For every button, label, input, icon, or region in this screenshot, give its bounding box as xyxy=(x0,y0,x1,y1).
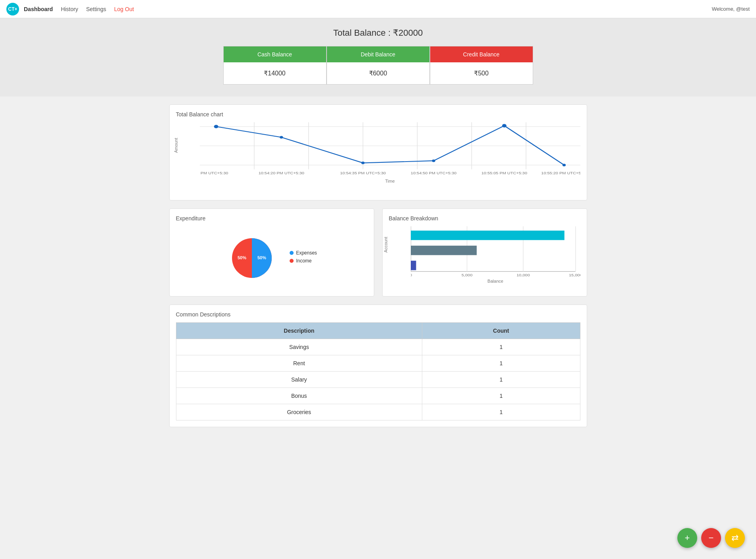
table-row: Groceries1 xyxy=(176,404,580,420)
common-descriptions-title: Common Descriptions xyxy=(176,311,580,318)
pie-container: 50% 50% Expenses Income xyxy=(176,226,367,290)
bar-chart-y-label: Account xyxy=(383,237,388,253)
common-descriptions-card: Common Descriptions Description Count Sa… xyxy=(169,305,587,427)
svg-point-13 xyxy=(280,136,283,138)
line-chart-svg: 20,000 18,000 16,000 10:54:05 PM UTC+5:3… xyxy=(200,122,580,178)
bar-chart-x-label: Balance xyxy=(411,279,580,283)
pie-legend: Expenses Income xyxy=(290,250,317,266)
app-logo: CT+ xyxy=(6,3,19,15)
nav-history[interactable]: History xyxy=(61,6,78,12)
credit-balance-value: ₹500 xyxy=(430,62,533,84)
svg-text:10:55:20 PM UTC+5:30: 10:55:20 PM UTC+5:30 xyxy=(541,172,580,175)
svg-text:15,000: 15,000 xyxy=(569,273,580,277)
nav-logout[interactable]: Log Out xyxy=(114,6,134,12)
svg-text:0: 0 xyxy=(411,273,412,277)
svg-point-12 xyxy=(214,125,218,128)
line-chart-title: Total Balance chart xyxy=(176,111,580,118)
svg-point-14 xyxy=(361,162,364,164)
svg-text:10:54:50 PM UTC+5:30: 10:54:50 PM UTC+5:30 xyxy=(410,172,456,175)
welcome-text: Welcome, @test xyxy=(712,6,750,12)
income-dot xyxy=(290,259,294,263)
bar-chart-svg: Cash Debit Credit 0 5,000 10,000 15,000 xyxy=(411,226,580,278)
pie-legend-expenses: Expenses xyxy=(290,250,317,256)
credit-balance-header: Credit Balance xyxy=(430,46,533,62)
svg-text:50%: 50% xyxy=(238,255,246,260)
pie-legend-income: Income xyxy=(290,258,317,264)
nav-dashboard[interactable]: Dashboard xyxy=(24,6,53,12)
svg-point-15 xyxy=(432,160,435,162)
svg-point-17 xyxy=(562,164,565,166)
table-row: Bonus1 xyxy=(176,388,580,404)
navbar: CT+ Dashboard History Settings Log Out W… xyxy=(0,0,756,18)
line-chart-card: Total Balance chart Amount 20,000 18,000… xyxy=(169,104,587,200)
description-cell: Groceries xyxy=(176,404,422,420)
pie-chart-svg: 50% 50% xyxy=(226,232,278,284)
svg-text:10:54:05 PM UTC+5:30: 10:54:05 PM UTC+5:30 xyxy=(200,172,228,175)
header-section: Total Balance : ₹20000 Cash Balance ₹140… xyxy=(0,18,756,96)
count-cell: 1 xyxy=(422,388,580,404)
svg-rect-32 xyxy=(411,231,565,240)
svg-text:10:54:35 PM UTC+5:30: 10:54:35 PM UTC+5:30 xyxy=(340,172,386,175)
cash-balance-header: Cash Balance xyxy=(224,46,326,62)
description-cell: Rent xyxy=(176,355,422,372)
expenditure-card: Expenditure 50% 50% Expenses xyxy=(169,208,374,297)
expenses-dot xyxy=(290,251,294,255)
cash-balance-card: Cash Balance ₹14000 xyxy=(223,46,327,85)
table-header-count: Count xyxy=(422,323,580,339)
count-cell: 1 xyxy=(422,339,580,355)
svg-rect-33 xyxy=(411,246,477,255)
table-row: Savings1 xyxy=(176,339,580,355)
count-cell: 1 xyxy=(422,355,580,372)
description-cell: Salary xyxy=(176,372,422,388)
nav-settings[interactable]: Settings xyxy=(86,6,106,12)
credit-balance-card: Credit Balance ₹500 xyxy=(430,46,533,85)
table-row: Rent1 xyxy=(176,355,580,372)
expenditure-title: Expenditure xyxy=(176,215,367,222)
debit-balance-value: ₹6000 xyxy=(327,62,429,84)
svg-rect-34 xyxy=(411,261,416,270)
description-cell: Savings xyxy=(176,339,422,355)
svg-text:10,000: 10,000 xyxy=(516,273,530,277)
table-header-description: Description xyxy=(176,323,422,339)
charts-row: Expenditure 50% 50% Expenses xyxy=(169,208,587,297)
table-row: Salary1 xyxy=(176,372,580,388)
debit-balance-header: Debit Balance xyxy=(327,46,429,62)
descriptions-table: Description Count Savings1Rent1Salary1Bo… xyxy=(176,322,580,420)
svg-text:10:54:20 PM UTC+5:30: 10:54:20 PM UTC+5:30 xyxy=(258,172,304,175)
svg-text:10:55:05 PM UTC+5:30: 10:55:05 PM UTC+5:30 xyxy=(481,172,527,175)
count-cell: 1 xyxy=(422,372,580,388)
total-balance-title: Total Balance : ₹20000 xyxy=(8,28,748,38)
svg-point-16 xyxy=(502,124,506,127)
svg-text:50%: 50% xyxy=(257,255,266,260)
balance-cards: Cash Balance ₹14000 Debit Balance ₹6000 … xyxy=(223,46,533,85)
count-cell: 1 xyxy=(422,404,580,420)
main-content: Total Balance chart Amount 20,000 18,000… xyxy=(160,96,597,467)
navbar-links: Dashboard History Settings Log Out xyxy=(24,6,134,12)
line-chart-y-label: Amount xyxy=(174,138,178,153)
balance-breakdown-card: Balance Breakdown Account xyxy=(382,208,587,297)
svg-text:5,000: 5,000 xyxy=(461,273,472,277)
line-chart-x-label: Time xyxy=(200,179,580,183)
cash-balance-value: ₹14000 xyxy=(224,62,326,84)
debit-balance-card: Debit Balance ₹6000 xyxy=(327,46,430,85)
balance-breakdown-title: Balance Breakdown xyxy=(389,215,580,222)
description-cell: Bonus xyxy=(176,388,422,404)
